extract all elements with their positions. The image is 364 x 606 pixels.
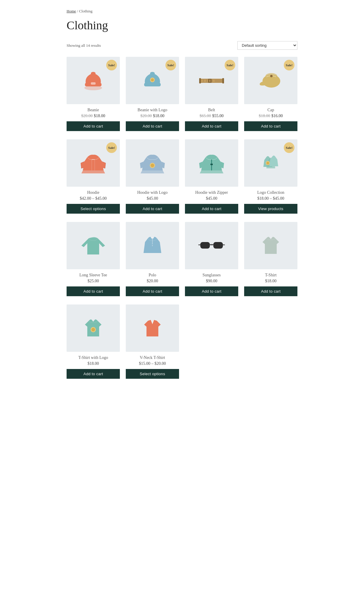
product-price: $18.00: [244, 279, 297, 283]
old-price: $65.00: [200, 114, 211, 118]
product-card-vneck-tshirt: V-Neck T-Shirt $15.00 – $20.00 Select op…: [126, 304, 179, 379]
product-image-hoodie-with-logo: [126, 139, 179, 187]
product-button-belt[interactable]: Add to cart: [185, 121, 238, 131]
product-card-long-sleeve-tee: Long Sleeve Tee $25.00 Add to cart: [67, 222, 120, 296]
product-card-hoodie: Sale! Hoodie $42.00 – $45.00 Select opti…: [67, 139, 120, 214]
product-price: $20.00$18.00: [67, 114, 120, 118]
svg-rect-25: [210, 164, 213, 165]
product-card-tshirt-with-logo: T-Shirt with Logo $18.00 Add to cart: [67, 304, 120, 379]
product-name: Hoodie with Logo: [126, 190, 179, 195]
product-price: $15.00 – $20.00: [126, 361, 179, 366]
product-price: $90.00: [185, 279, 238, 283]
product-image-tshirt: [244, 222, 297, 269]
product-name: Cap: [244, 108, 297, 112]
product-card-cap: Sale! Cap $18.00$16.00 Add to cart: [244, 57, 297, 131]
product-price: $65.00$55.00: [185, 114, 238, 118]
new-price: $18.00: [153, 114, 165, 118]
svg-rect-11: [201, 80, 203, 82]
svg-rect-35: [210, 244, 213, 245]
product-card-belt: Sale! Belt $65.00$55.00 Add to cart: [185, 57, 238, 131]
product-button-tshirt[interactable]: Add to cart: [244, 286, 297, 296]
svg-rect-4: [144, 83, 161, 86]
svg-rect-17: [209, 80, 210, 82]
product-button-beanie[interactable]: Add to cart: [67, 121, 120, 131]
svg-rect-12: [204, 80, 206, 82]
product-name: Long Sleeve Tee: [67, 273, 120, 278]
product-price: $45.00: [185, 196, 238, 201]
product-price: $18.00$16.00: [244, 114, 297, 118]
product-button-hoodie[interactable]: Select options: [67, 204, 120, 214]
old-price: $20.00: [141, 114, 152, 118]
product-card-sunglasses: Sunglasses $90.00 Add to cart: [185, 222, 238, 296]
price: $45.00: [206, 196, 218, 201]
product-card-hoodie-with-logo: Hoodie with Logo $45.00 Add to cart: [126, 139, 179, 214]
product-button-long-sleeve-tee[interactable]: Add to cart: [67, 286, 120, 296]
product-button-beanie-with-logo[interactable]: Add to cart: [126, 121, 179, 131]
sale-badge: Sale!: [284, 60, 294, 70]
product-image-beanie: Sale!: [67, 57, 120, 104]
product-image-beanie-with-logo: Sale!: [126, 57, 179, 104]
sale-badge: Sale!: [284, 142, 294, 153]
product-image-belt: Sale!: [185, 57, 238, 104]
new-price: $16.00: [271, 114, 283, 118]
product-card-hoodie-with-zipper: Hoodie with Zipper $45.00 Add to cart: [185, 139, 238, 214]
products-grid: Sale! Beanie $20.00$18.00 Add to cart Sa…: [67, 57, 297, 379]
product-card-logo-collection: Sale! Logo Collection $18.00 – $45.00 Vi…: [244, 139, 297, 214]
product-price: $25.00: [67, 279, 120, 283]
product-image-logo-collection: Sale!: [244, 139, 297, 187]
page-title: Clothing: [67, 18, 297, 32]
product-price: $18.00: [67, 361, 120, 366]
product-name: Belt: [185, 108, 238, 112]
product-button-hoodie-with-logo[interactable]: Add to cart: [126, 204, 179, 214]
price: $15.00 – $20.00: [139, 361, 166, 366]
sale-badge: Sale!: [106, 142, 117, 153]
svg-point-20: [270, 75, 273, 77]
product-button-tshirt-with-logo[interactable]: Add to cart: [67, 369, 120, 379]
product-name: Sunglasses: [185, 273, 238, 278]
breadcrumb-home[interactable]: Home: [67, 9, 76, 13]
product-image-vneck-tshirt: [126, 304, 179, 352]
product-button-vneck-tshirt[interactable]: Select options: [126, 369, 179, 379]
product-name: Polo: [126, 273, 179, 278]
product-card-tshirt: T-Shirt $18.00 Add to cart: [244, 222, 297, 296]
new-price: $18.00: [94, 114, 105, 118]
breadcrumb-current: Clothing: [79, 9, 93, 13]
new-price: $55.00: [212, 114, 224, 118]
old-price: $18.00: [259, 114, 270, 118]
svg-rect-9: [199, 78, 201, 83]
product-image-cap: Sale!: [244, 57, 297, 104]
product-button-cap[interactable]: Add to cart: [244, 121, 297, 131]
product-name: Logo Collection: [244, 190, 297, 195]
breadcrumb: Home / Clothing: [67, 9, 297, 14]
product-name: Hoodie: [67, 190, 120, 195]
price: $18.00 – $45.00: [257, 196, 284, 201]
product-name: T-Shirt: [244, 273, 297, 278]
product-name: Hoodie with Zipper: [185, 190, 238, 195]
svg-point-30: [152, 245, 153, 246]
svg-rect-37: [214, 242, 223, 248]
product-image-long-sleeve-tee: [67, 222, 120, 269]
svg-point-29: [152, 244, 153, 244]
product-button-sunglasses[interactable]: Add to cart: [185, 286, 238, 296]
svg-rect-2: [91, 82, 96, 85]
svg-rect-10: [222, 78, 224, 83]
svg-point-6: [151, 78, 154, 81]
product-button-polo[interactable]: Add to cart: [126, 286, 179, 296]
product-image-hoodie-with-zipper: [185, 139, 238, 187]
product-price: $20.00: [126, 279, 179, 283]
sort-select[interactable]: Default sortingSort by popularitySort by…: [237, 41, 297, 50]
price: $20.00: [147, 279, 158, 283]
breadcrumb-separator: /: [77, 9, 79, 13]
product-button-hoodie-with-zipper[interactable]: Add to cart: [185, 204, 238, 214]
product-card-polo: Polo $20.00 Add to cart: [126, 222, 179, 296]
price: $42.00 – $45.00: [80, 196, 107, 201]
product-name: V-Neck T-Shirt: [126, 355, 179, 360]
svg-point-23: [151, 164, 154, 167]
product-card-beanie-with-logo: Sale! Beanie with Logo $20.00$18.00 Add …: [126, 57, 179, 131]
results-count: Showing all 14 results: [67, 43, 101, 48]
product-name: Beanie: [67, 108, 120, 112]
product-image-hoodie: Sale!: [67, 139, 120, 187]
svg-point-3: [91, 72, 96, 75]
product-image-sunglasses: [185, 222, 238, 269]
product-button-logo-collection[interactable]: View products: [244, 204, 297, 214]
